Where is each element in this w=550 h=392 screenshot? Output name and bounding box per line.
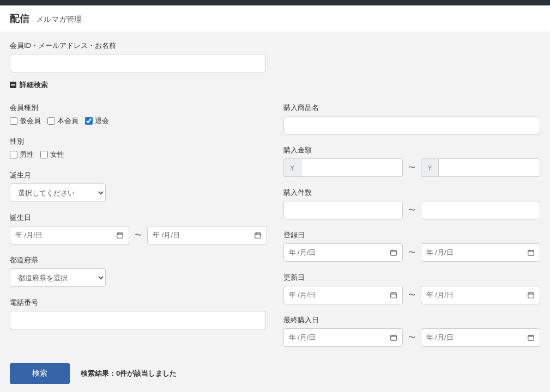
range-separator: 〜: [407, 248, 416, 258]
range-separator: 〜: [407, 290, 416, 300]
amount-label: 購入金額: [283, 145, 541, 155]
birth-month-field: 誕生月 選択してください: [10, 170, 267, 202]
count-min-input[interactable]: [283, 201, 403, 219]
product-name-field: 購入商品名: [283, 103, 541, 134]
search-panel: 会員ID・メールアドレス・お名前 詳細検索 会員種別 仮会員 本会員: [0, 32, 550, 392]
yen-prefix-icon: ¥: [421, 158, 438, 177]
amount-field: 購入金額 ¥ 〜 ¥: [283, 145, 541, 177]
count-max-input[interactable]: [421, 201, 540, 219]
advanced-toggle[interactable]: 詳細検索: [10, 80, 540, 90]
member-type-option-full[interactable]: 本会員: [47, 116, 78, 126]
checkbox-male[interactable]: [10, 151, 17, 158]
last-purchase-field: 最終購入日 年 /月/日 〜 年 /月/日: [283, 315, 541, 347]
svg-rect-0: [11, 84, 15, 85]
checkbox-provisional[interactable]: [10, 117, 17, 125]
member-type-option-withdrawn[interactable]: 退会: [85, 116, 109, 126]
birth-day-field: 誕生日 年 /月/日 〜 年 /月/日: [10, 213, 267, 244]
checkbox-full[interactable]: [47, 117, 55, 125]
count-label: 購入件数: [283, 188, 541, 198]
prefecture-select[interactable]: 都道府県を選択: [10, 268, 106, 287]
gender-option-female[interactable]: 女性: [40, 150, 64, 160]
phone-input[interactable]: [10, 311, 266, 329]
last-purchase-end-input[interactable]: [421, 328, 540, 347]
page-titlebar: 配信 メルマガ管理: [0, 5, 550, 32]
last-purchase-label: 最終購入日: [283, 315, 541, 325]
update-date-field: 更新日 年 /月/日 〜 年 /月/日: [283, 273, 541, 304]
topbar: [0, 0, 550, 5]
phone-label: 電話番号: [10, 298, 267, 308]
birth-month-select[interactable]: 選択してください: [10, 183, 106, 202]
checkbox-withdrawn[interactable]: [85, 117, 93, 125]
gender-option-male[interactable]: 男性: [10, 150, 34, 160]
birth-day-label: 誕生日: [10, 213, 267, 223]
reg-date-field: 登録日 年 /月/日 〜 年 /月/日: [283, 230, 541, 262]
result-text: 検索結果：0件が該当しました: [81, 369, 177, 378]
keyword-field: 会員ID・メールアドレス・お名前: [10, 41, 540, 72]
yen-prefix-icon: ¥: [283, 158, 301, 177]
keyword-label: 会員ID・メールアドレス・お名前: [10, 41, 540, 51]
amount-max-input[interactable]: [438, 158, 540, 177]
checkbox-female[interactable]: [40, 151, 48, 158]
count-field: 購入件数 〜: [283, 188, 541, 219]
member-type-field: 会員種別 仮会員 本会員 退会: [10, 103, 267, 126]
birth-month-label: 誕生月: [10, 170, 267, 180]
page-title: 配信: [10, 12, 29, 25]
gender-label: 性別: [10, 137, 267, 146]
page-subtitle: メルマガ管理: [36, 15, 82, 24]
reg-date-label: 登録日: [283, 230, 541, 240]
product-name-input[interactable]: [283, 116, 541, 134]
range-separator: 〜: [134, 230, 143, 240]
update-date-end-input[interactable]: [421, 286, 540, 304]
range-separator: 〜: [407, 163, 416, 173]
minus-square-icon: [10, 82, 16, 88]
amount-min-input[interactable]: [301, 158, 403, 177]
range-separator: 〜: [407, 205, 416, 215]
birth-day-start-input[interactable]: [10, 226, 129, 244]
update-date-start-input[interactable]: [283, 286, 403, 304]
prefecture-label: 都道府県: [10, 255, 267, 265]
update-date-label: 更新日: [283, 273, 541, 283]
left-column: 会員種別 仮会員 本会員 退会 性別: [10, 103, 267, 347]
product-name-label: 購入商品名: [283, 103, 541, 113]
range-separator: 〜: [407, 333, 416, 342]
phone-field: 電話番号: [10, 298, 267, 329]
member-type-option-provisional[interactable]: 仮会員: [10, 116, 41, 126]
member-type-label: 会員種別: [10, 103, 267, 113]
birth-day-end-input[interactable]: [147, 226, 267, 244]
footer-bar: 検索 検索結果：0件が該当しました: [10, 363, 540, 384]
last-purchase-start-input[interactable]: [283, 328, 403, 347]
advanced-fields: 会員種別 仮会員 本会員 退会 性別: [10, 103, 540, 347]
reg-date-start-input[interactable]: [283, 243, 403, 262]
gender-field: 性別 男性 女性: [10, 137, 267, 160]
reg-date-end-input[interactable]: [421, 243, 540, 262]
prefecture-field: 都道府県 都道府県を選択: [10, 255, 267, 287]
keyword-input[interactable]: [10, 54, 266, 72]
search-button[interactable]: 検索: [10, 363, 70, 384]
right-column: 購入商品名 購入金額 ¥ 〜 ¥ 購入件数: [283, 103, 541, 347]
advanced-toggle-label: 詳細検索: [20, 80, 48, 90]
